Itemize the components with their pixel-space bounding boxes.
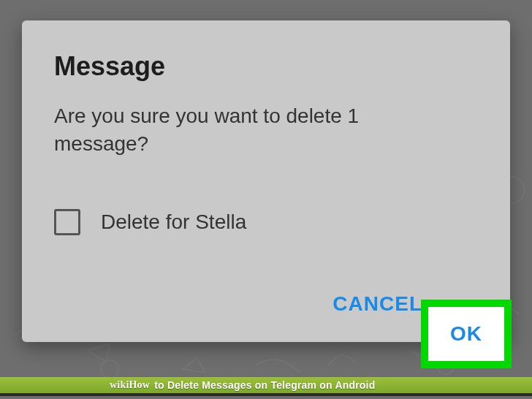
dialog-body-text: Are you sure you want to delete 1 messag…	[54, 102, 434, 158]
wikihow-footer: wikiHow to Delete Messages on Telegram o…	[0, 376, 532, 399]
cancel-button[interactable]: CANCEL	[324, 286, 431, 322]
delete-message-dialog: Message Are you sure you want to delete …	[22, 20, 510, 342]
delete-for-other-row[interactable]: Delete for Stella	[54, 209, 478, 235]
footer-bar: wikiHow to Delete Messages on Telegram o…	[0, 377, 532, 393]
ok-button-wrap: OK	[421, 300, 512, 368]
delete-for-other-label: Delete for Stella	[101, 210, 246, 234]
dialog-title: Message	[54, 51, 478, 82]
ok-button[interactable]: OK	[441, 316, 491, 352]
delete-for-other-checkbox[interactable]	[54, 209, 80, 235]
wikihow-logo-text: wikiHow	[110, 379, 150, 391]
article-title: to Delete Messages on Telegram on Androi…	[151, 379, 375, 391]
